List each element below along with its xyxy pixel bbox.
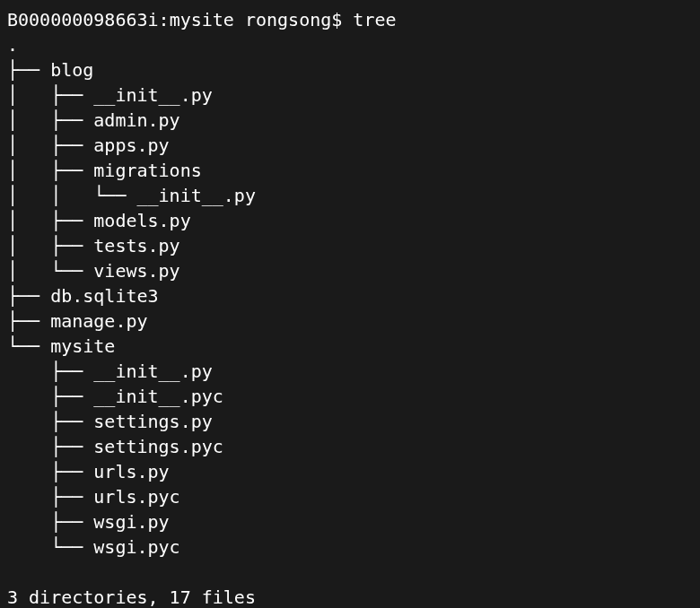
prompt-host: B000000098663i xyxy=(7,9,159,30)
tree-line: │ ├── models.py xyxy=(7,208,693,233)
tree-line: ├── urls.pyc xyxy=(7,484,693,509)
prompt-user: rongsong xyxy=(245,9,331,30)
tree-line: ├── settings.pyc xyxy=(7,434,693,459)
tree-line: ├── manage.py xyxy=(7,308,693,334)
tree-summary: 3 directories, 17 files xyxy=(7,585,693,608)
tree-line: │ ├── tests.py xyxy=(7,233,693,258)
tree-line: └── mysite xyxy=(7,334,693,359)
tree-line: └── wsgi.pyc xyxy=(7,534,693,560)
tree-line: ├── blog xyxy=(7,57,693,83)
tree-root: . xyxy=(7,32,693,57)
tree-line: ├── __init__.pyc xyxy=(7,384,693,409)
tree-line: │ └── views.py xyxy=(7,258,693,283)
prompt-cwd: mysite xyxy=(170,9,234,30)
tree-line: │ │ └── __init__.py xyxy=(7,183,693,208)
tree-line: ├── db.sqlite3 xyxy=(7,283,693,308)
tree-line: │ ├── apps.py xyxy=(7,133,693,158)
tree-line: │ ├── __init__.py xyxy=(7,83,693,108)
tree-line: ├── urls.py xyxy=(7,459,693,484)
tree-line: │ ├── admin.py xyxy=(7,108,693,133)
command-text: tree xyxy=(353,9,396,30)
tree-line: ├── wsgi.py xyxy=(7,509,693,534)
tree-line: ├── settings.py xyxy=(7,409,693,434)
prompt-line: B000000098663i:mysite rongsong$ tree xyxy=(7,7,693,32)
tree-output: ├── blog│ ├── __init__.py│ ├── admin.py│… xyxy=(7,57,693,560)
tree-line: ├── __init__.py xyxy=(7,359,693,384)
tree-line: │ ├── migrations xyxy=(7,158,693,183)
prompt-symbol: $ xyxy=(331,9,342,30)
